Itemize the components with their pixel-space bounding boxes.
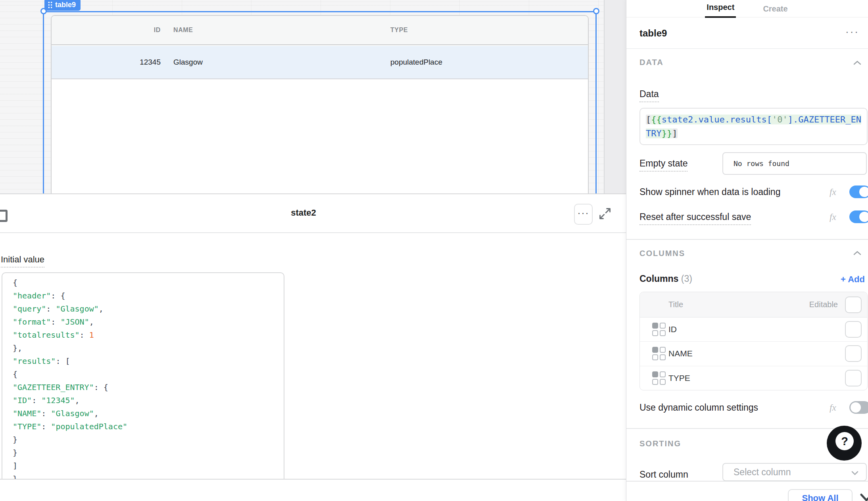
drag-handle-icon[interactable] <box>652 371 666 385</box>
table-header-row: ID NAME TYPE <box>52 16 588 45</box>
drag-handle-icon[interactable] <box>652 347 666 360</box>
table-header-name[interactable]: NAME <box>173 16 292 44</box>
column-label: TYPE <box>668 373 690 383</box>
table-cell-name: Glasgow <box>173 46 292 78</box>
selection-handle-top-right[interactable] <box>593 8 599 14</box>
editable-checkbox[interactable] <box>845 345 862 362</box>
initial-value-label: Initial value <box>1 254 44 268</box>
columns-list-header: Title Editable <box>640 292 867 317</box>
divider <box>626 239 868 240</box>
table-header-id[interactable]: ID <box>52 16 161 44</box>
inspector-tabs: Inspect Create <box>626 0 868 17</box>
column-label: ID <box>668 325 677 334</box>
show-all-button[interactable]: Show All <box>788 489 853 501</box>
column-row-name[interactable]: NAME <box>640 342 867 366</box>
fx-icon[interactable]: fx <box>830 187 836 197</box>
tab-inspect[interactable]: Inspect <box>705 0 736 18</box>
table-header-type[interactable]: TYPE <box>390 16 557 44</box>
columns-list: Title Editable ID NAME TYPE <box>639 292 868 390</box>
selection-border-top <box>44 11 597 12</box>
reset-label: Reset after successful save <box>639 212 751 225</box>
columns-title-header: Title <box>668 300 683 309</box>
drag-handle-icon[interactable] <box>652 323 666 336</box>
selection-border-right <box>595 11 597 194</box>
question-mark-icon: ? <box>835 432 854 450</box>
state-panel-title: state2 <box>0 208 616 218</box>
chevron-down-icon <box>851 470 859 476</box>
component-name: table9 <box>639 17 667 49</box>
sort-column-select[interactable]: Select column <box>722 463 867 481</box>
reset-toggle[interactable] <box>849 210 868 223</box>
editable-all-checkbox[interactable] <box>845 296 862 313</box>
expand-icon[interactable] <box>597 206 613 221</box>
state-panel-menu-button[interactable]: ··· <box>574 204 593 225</box>
table-row[interactable]: 12345 Glasgow populatedPlace <box>52 46 588 79</box>
table-widget[interactable]: ID NAME TYPE 12345 Glasgow populatedPlac… <box>51 15 589 194</box>
toggle-knob <box>859 187 868 197</box>
columns-editable-header: Editable <box>809 300 838 309</box>
section-sorting: SORTING <box>639 439 681 448</box>
add-column-button[interactable]: + Add <box>841 274 865 285</box>
divider <box>626 428 868 429</box>
spinner-label: Show spinner when data is loading <box>639 187 780 197</box>
component-title-row: table9 ··· <box>626 17 868 49</box>
empty-state-input[interactable]: No rows found <box>722 152 867 175</box>
dynamic-columns-label: Use dynamic column settings <box>639 402 758 413</box>
app-canvas[interactable]: ID NAME TYPE 12345 Glasgow populatedPlac… <box>0 0 604 194</box>
data-field-label: Data <box>639 89 659 102</box>
columns-count: (3) <box>681 273 692 284</box>
tab-create[interactable]: Create <box>761 2 789 17</box>
component-menu-button[interactable]: ··· <box>845 17 859 46</box>
table-cell-id: 12345 <box>52 46 161 78</box>
retool-editor: ID NAME TYPE 12345 Glasgow populatedPlac… <box>0 0 868 501</box>
divider <box>0 232 626 233</box>
chevron-up-icon[interactable] <box>853 60 862 67</box>
column-label: NAME <box>668 349 693 358</box>
data-expression-input[interactable]: [{{state2.value.results['0'].GAZETTEER_E… <box>639 108 868 145</box>
empty-state-label: Empty state <box>639 158 687 172</box>
sort-column-label: Sort column <box>639 469 688 480</box>
dynamic-columns-toggle[interactable] <box>849 401 868 414</box>
drag-dots-icon <box>48 1 53 9</box>
spinner-toggle[interactable] <box>849 185 868 198</box>
editable-checkbox[interactable] <box>845 321 862 338</box>
canvas-gutter <box>605 0 626 194</box>
state2-panel: state2 ··· Initial value {"header": {"qu… <box>0 193 626 480</box>
columns-count-label: Columns (3) <box>639 273 692 284</box>
toggle-knob <box>851 402 861 413</box>
help-button[interactable]: ? <box>827 426 862 461</box>
table-cell-type: populatedPlace <box>390 46 557 78</box>
component-tag[interactable]: table9 <box>44 0 81 11</box>
chevron-up-icon[interactable] <box>853 250 862 258</box>
sort-column-placeholder: Select column <box>734 467 791 477</box>
section-columns: COLUMNS <box>639 249 685 258</box>
editable-checkbox[interactable] <box>845 370 862 386</box>
chevron-down-icon[interactable] <box>860 493 868 501</box>
initial-value-code-editor[interactable]: {"header": {"query": "Glasgow","format":… <box>2 272 284 480</box>
component-tag-label: table9 <box>55 1 76 9</box>
toggle-knob <box>859 212 868 222</box>
selection-border-left <box>43 11 44 194</box>
inspector-panel: Inspect Create table9 ··· DATA Data [{{s… <box>626 0 868 501</box>
fx-icon[interactable]: fx <box>830 403 836 413</box>
fx-icon[interactable]: fx <box>830 212 836 222</box>
column-row-id[interactable]: ID <box>640 317 867 342</box>
column-row-type[interactable]: TYPE <box>640 366 867 390</box>
section-data: DATA <box>639 58 664 67</box>
